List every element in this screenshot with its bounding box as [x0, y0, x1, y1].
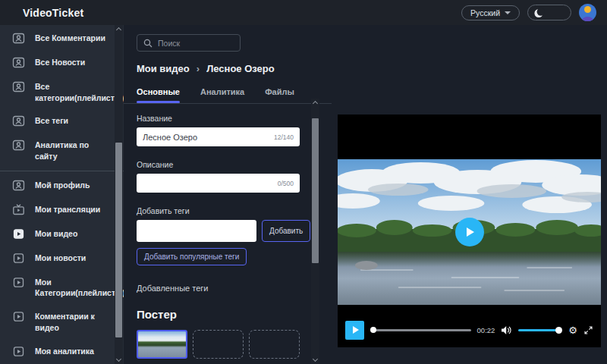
progress-knob[interactable]	[370, 327, 376, 333]
sidebar-item-label: Комментарии к видео	[35, 311, 107, 333]
add-tags-label: Добавить теги	[137, 206, 300, 215]
video-icon	[12, 276, 25, 289]
name-label: Название	[137, 114, 300, 123]
sidebar-item-label: Все категории(плейлисты)	[35, 81, 124, 103]
tv-icon	[12, 203, 25, 216]
topbar-right: Русский	[461, 4, 596, 21]
sidebar-item-all-categories[interactable]: Все категории(плейлисты)	[0, 75, 124, 109]
sidebar-scrollbar-thumb[interactable]	[115, 143, 122, 337]
volume-slider[interactable]	[518, 327, 562, 334]
add-tags-row: Добавить	[137, 220, 300, 242]
sidebar-item-all-tags[interactable]: Все теги	[0, 109, 124, 133]
language-selector[interactable]: Русский	[461, 5, 520, 20]
sidebar-item-label: Мои новости	[35, 253, 86, 264]
user-card-icon	[12, 139, 25, 152]
play-icon	[353, 326, 359, 334]
search-icon	[143, 39, 153, 48]
sidebar-divider	[0, 171, 124, 171]
sidebar-item-my-videos[interactable]: Мои видео	[0, 222, 124, 246]
poster-row	[137, 330, 300, 359]
scroll-up-icon[interactable]	[116, 27, 121, 33]
tabs: Основные Аналитика Файлы	[137, 87, 332, 103]
sidebar-item-label: Все Новости	[35, 57, 85, 68]
video-icon	[12, 252, 25, 265]
sidebar: Все Комментарии Все Новости Все категори…	[0, 25, 124, 364]
sidebar-item-video-comments[interactable]: Комментарии к видео	[0, 305, 124, 339]
user-card-icon	[12, 80, 25, 93]
poster-heading: Постер	[137, 308, 300, 321]
name-field: 12/140	[137, 127, 300, 146]
video-icon	[12, 310, 25, 323]
volume-icon[interactable]	[501, 325, 512, 335]
avatar-head	[584, 6, 591, 13]
scroll-down-icon[interactable]	[313, 356, 318, 362]
description-label: Описание	[137, 160, 300, 169]
volume-track	[518, 329, 559, 332]
progress-bar[interactable]	[370, 327, 471, 334]
sidebar-scrollbar[interactable]	[115, 25, 123, 364]
volume-knob[interactable]	[555, 327, 562, 334]
sidebar-item-label: Все Комментарии	[35, 33, 105, 44]
description-counter: 0/500	[278, 180, 294, 187]
breadcrumb-parent[interactable]: Мои видео	[137, 63, 190, 74]
tab-main[interactable]: Основные	[137, 87, 180, 103]
fullscreen-icon[interactable]	[583, 325, 593, 335]
play-icon	[467, 228, 474, 237]
popular-tags-button[interactable]: Добавить популярные теги	[137, 248, 247, 265]
sidebar-item-my-streams[interactable]: Мои трансляции	[0, 198, 124, 222]
sidebar-item-my-news[interactable]: Мои новости	[0, 246, 124, 271]
progress-track	[373, 329, 471, 332]
tags-input[interactable]	[143, 227, 250, 236]
description-field: 0/500	[137, 174, 300, 193]
poster-thumbnail-selected[interactable]	[137, 330, 187, 359]
play-button[interactable]	[345, 321, 364, 340]
sidebar-item-label: Аналитика по сайту	[35, 140, 107, 162]
theme-toggle[interactable]	[527, 5, 571, 20]
video-edit-form: Название 12/140 Описание 0/500 Добавить …	[137, 104, 300, 364]
sidebar-item-label: Все теги	[35, 115, 68, 127]
video-player[interactable]: 00:22 ⚙	[338, 115, 601, 347]
breadcrumb-separator-icon: ›	[197, 63, 200, 74]
scroll-down-icon[interactable]	[116, 356, 121, 362]
player-controls: 00:22 ⚙	[345, 320, 593, 340]
main-content: Мои видео › Лесное Озеро Основные Аналит…	[124, 25, 607, 364]
added-tags-label: Добавленные теги	[137, 284, 300, 293]
tab-files[interactable]: Файлы	[265, 87, 294, 103]
name-input[interactable]	[143, 133, 269, 142]
sidebar-item-my-profile[interactable]: Мой профиль	[0, 174, 124, 198]
language-label: Русский	[470, 8, 500, 17]
sidebar-item-all-news[interactable]: Все Новости	[0, 51, 124, 75]
settings-icon[interactable]: ⚙	[568, 325, 577, 335]
sidebar-item-label: Мои Категории(плейлисты)	[35, 277, 125, 299]
big-play-button[interactable]	[455, 218, 484, 246]
tags-field	[137, 220, 256, 242]
user-card-icon	[12, 32, 25, 45]
sidebar-item-label: Мой профиль	[35, 180, 90, 191]
search-box[interactable]	[137, 34, 241, 52]
add-tag-button[interactable]: Добавить	[262, 220, 310, 242]
current-time: 00:22	[477, 326, 495, 334]
description-input[interactable]	[143, 179, 273, 188]
poster-slot-empty[interactable]	[249, 330, 300, 359]
breadcrumb-current: Лесное Озеро	[206, 63, 275, 74]
search-input[interactable]	[158, 39, 234, 48]
avatar[interactable]	[579, 4, 596, 21]
user-card-icon	[12, 56, 25, 69]
sidebar-item-all-comments[interactable]: Все Комментарии	[0, 27, 124, 51]
sidebar-item-my-analytics[interactable]: Моя аналитика	[0, 340, 124, 364]
breadcrumb: Мои видео › Лесное Озеро	[137, 63, 332, 74]
tab-analytics[interactable]: Аналитика	[200, 87, 244, 103]
content-scrollbar[interactable]	[311, 99, 319, 364]
name-counter: 12/140	[274, 133, 294, 141]
avatar-body	[581, 17, 594, 21]
caret-down-icon	[505, 11, 511, 14]
video-icon	[12, 228, 25, 240]
moon-icon	[533, 7, 546, 20]
poster-slot-empty[interactable]	[193, 330, 244, 359]
user-card-icon	[12, 115, 25, 127]
sidebar-item-site-analytics[interactable]: Аналитика по сайту	[0, 133, 124, 168]
sidebar-item-my-categories[interactable]: Мои Категории(плейлисты)	[0, 271, 124, 305]
scroll-up-icon[interactable]	[313, 101, 318, 106]
content-scrollbar-thumb[interactable]	[312, 118, 319, 263]
app-logo: VideoTicket	[23, 7, 83, 19]
